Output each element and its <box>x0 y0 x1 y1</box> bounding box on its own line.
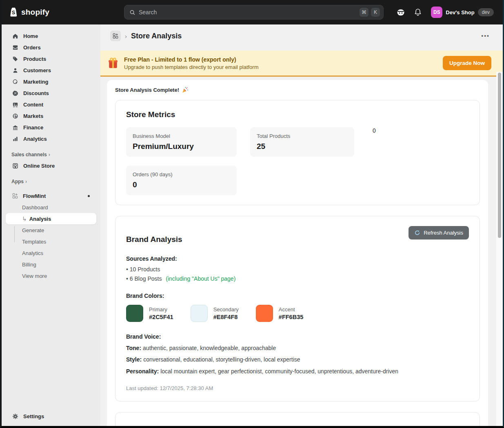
upgrade-now-button[interactable]: Upgrade Now <box>443 56 491 70</box>
voice-text: conversational, educational, storytellin… <box>143 356 300 363</box>
metric-value: 0 <box>133 180 230 189</box>
scrollbar-track[interactable] <box>496 72 503 426</box>
primary-swatch <box>126 305 143 322</box>
page-header: › Store Analysis ••• <box>100 24 503 47</box>
banner-subtitle: Upgrade to push templates directly to yo… <box>124 64 259 70</box>
sub-item-label: Generate <box>22 227 44 233</box>
color-secondary: Secondary #E8F4F8 <box>191 305 239 322</box>
apps-header[interactable]: Apps › <box>2 176 100 187</box>
search-icon <box>129 9 135 16</box>
source-note-link[interactable]: (including "About Us" page) <box>166 275 235 282</box>
store-metrics-card: Store Metrics Business Model Premium/Lux… <box>115 100 480 205</box>
sub-item-label: Analytics <box>22 250 43 256</box>
nav-label: Marketing <box>23 79 48 85</box>
sidebar-item-discounts[interactable]: Discounts <box>2 87 100 99</box>
sidebar-item-dashboard[interactable]: Dashboard <box>2 202 100 213</box>
sidebar-item-content[interactable]: Content <box>2 99 100 110</box>
sidebar-item-settings[interactable]: Settings <box>2 410 100 422</box>
svg-text:$: $ <box>16 115 17 118</box>
kbd-k: K <box>371 8 380 17</box>
chevron-right-icon: › <box>49 152 50 157</box>
voice-text: authentic, passionate, knowledgeable, ap… <box>143 345 276 351</box>
chevron-right-icon: › <box>25 179 27 184</box>
sidekick-button[interactable] <box>394 6 407 19</box>
sidebar-item-flowmint[interactable]: FlowMint <box>2 190 100 202</box>
voice-label: Personality: <box>126 368 159 375</box>
sidebar-item-billing[interactable]: Billing <box>2 259 100 270</box>
refresh-analysis-button[interactable]: Refresh Analysis <box>409 226 469 240</box>
account-menu[interactable]: DS Dev's Shop dev <box>429 5 496 20</box>
sidebar-item-markets[interactable]: $ Markets <box>2 110 100 122</box>
color-accent: Accent #FF6B35 <box>256 305 303 322</box>
sidebar-item-app-analytics[interactable]: Analytics <box>2 247 100 259</box>
apps-label: Apps <box>11 179 24 184</box>
sub-item-label: Billing <box>22 262 36 268</box>
avatar: DS <box>431 7 442 18</box>
gift-icon <box>108 58 118 69</box>
sidebar-item-finance[interactable]: Finance <box>2 122 100 133</box>
app-window: S shopify Search ⌘ K <box>0 0 504 428</box>
breadcrumb-app-button[interactable] <box>110 31 121 41</box>
shopify-logo[interactable]: S shopify <box>8 7 49 18</box>
sidebar-item-online-store[interactable]: Online Store <box>2 160 100 171</box>
sidebar-item-marketing[interactable]: Marketing <box>2 76 100 87</box>
scrollbar-thumb[interactable] <box>498 73 501 238</box>
brand-analysis-title: Brand Analysis <box>126 235 182 244</box>
sub-item-label: Dashboard <box>22 204 48 211</box>
nav-label: Products <box>23 56 46 62</box>
notifications-button[interactable] <box>411 6 424 19</box>
orders-icon <box>12 44 18 51</box>
nav-label: Online Store <box>23 163 55 169</box>
source-item: • 6 Blog Posts (including "About Us" pag… <box>126 275 469 282</box>
nav-label: Content <box>23 102 43 108</box>
search-input[interactable]: Search ⌘ K <box>124 5 384 20</box>
brand-colors-title: Brand Colors: <box>126 293 469 299</box>
swatch-hex: #E8F4F8 <box>213 314 239 320</box>
sidebar: Home Orders Products Customers Marketing… <box>2 24 100 426</box>
brand-colors-row: Primary #2C5F41 Secondary #E8F4F8 <box>126 305 469 322</box>
secondary-swatch <box>191 305 208 322</box>
page-title: Store Analysis <box>131 32 182 40</box>
stray-zero-value: 0 <box>368 127 469 134</box>
bank-icon <box>12 124 18 131</box>
discount-icon <box>12 90 18 96</box>
nav-label: Orders <box>23 44 41 51</box>
kbd-cmd: ⌘ <box>360 8 369 17</box>
home-icon <box>12 33 18 39</box>
tree-connector <box>14 226 18 242</box>
swatch-name: Accent <box>279 306 303 313</box>
sidebar-item-products[interactable]: Products <box>2 53 100 64</box>
app-name: FlowMint <box>23 193 46 199</box>
elbow-arrow-icon: ↳ <box>22 215 27 222</box>
sub-item-label: View more <box>22 273 47 279</box>
more-options-button[interactable]: ••• <box>478 31 493 41</box>
banner-title: Free Plan - Limited to 1 flow (export on… <box>124 56 259 63</box>
metric-label: Total Products <box>257 133 348 139</box>
app-grid-icon <box>113 33 118 39</box>
sidebar-item-analysis[interactable]: ↳ Analysis <box>6 213 96 224</box>
metric-value: 25 <box>257 142 348 151</box>
sidebar-item-analytics[interactable]: Analytics <box>2 133 100 144</box>
nav-label: Settings <box>23 413 44 419</box>
refresh-icon <box>414 230 420 236</box>
voice-label: Style: <box>126 356 142 363</box>
sidebar-item-customers[interactable]: Customers <box>2 64 100 76</box>
color-primary: Primary #2C5F41 <box>126 305 173 322</box>
sub-item-label: Analysis <box>29 216 51 222</box>
analysis-complete-message: Store Analysis Complete! <box>115 86 480 93</box>
swatch-hex: #FF6B35 <box>279 314 303 320</box>
sidebar-item-view-more[interactable]: View more <box>2 270 100 282</box>
sources-list: • 10 Products • 6 Blog Posts (including … <box>126 266 469 282</box>
store-name: Dev's Shop <box>446 9 474 16</box>
source-text: • 10 Products <box>126 266 160 273</box>
sidebar-item-home[interactable]: Home <box>2 30 100 42</box>
globe-icon: $ <box>12 113 18 119</box>
sidebar-item-orders[interactable]: Orders <box>2 42 100 53</box>
shopify-wordmark: shopify <box>21 8 49 17</box>
analysis-panel: Store Analysis Complete! Store Metrics B… <box>107 80 488 426</box>
nav-label: Home <box>23 33 38 39</box>
nav-label: Markets <box>23 113 43 119</box>
bar-chart-icon <box>12 136 18 142</box>
sales-channels-header[interactable]: Sales channels › <box>2 149 100 160</box>
sales-channels-label: Sales channels <box>11 152 47 157</box>
